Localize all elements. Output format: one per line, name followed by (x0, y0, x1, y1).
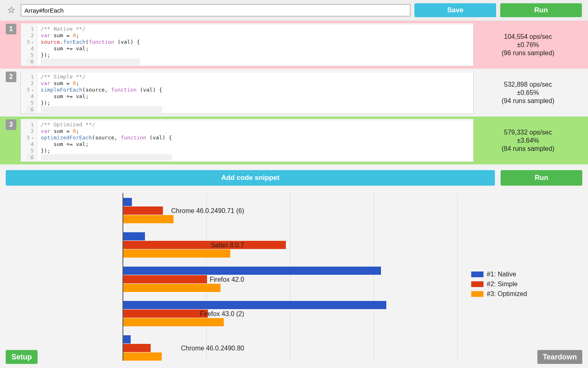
code-editor[interactable]: 123▾456/** Native **/ var sum = 0; sourc… (20, 23, 474, 66)
results-chart: #1: Native #2: Simple #3: Optimized Chro… (6, 193, 582, 361)
snippet-number-badge: 2 (6, 72, 16, 82)
snippet-row: 3123▾456/** Optimized **/ var sum = 0; o… (0, 117, 588, 164)
bar (123, 318, 224, 326)
legend-swatch (471, 272, 483, 277)
bar (123, 284, 220, 292)
bar (123, 301, 386, 309)
legend-label: #2: Simple (487, 280, 518, 288)
code-content[interactable]: /** Optimized **/ var sum = 0; optimized… (38, 121, 175, 162)
bar (123, 352, 162, 361)
legend-item: #3: Optimized (471, 290, 527, 298)
result-ops: 104,554 ops/sec (504, 33, 552, 40)
result-runs: (84 runs sampled) (502, 145, 555, 153)
bar (123, 215, 174, 223)
legend-swatch (471, 281, 483, 287)
snippet-row: 2123▾456/** Simple **/ var sum = 0; simp… (0, 69, 588, 117)
chart-legend: #1: Native #2: Simple #3: Optimized (471, 271, 527, 300)
snippet-number-badge: 1 (6, 24, 16, 34)
snippet-results: 532,898 ops/sec±0.65%(94 runs sampled) (474, 71, 582, 114)
y-axis-label: Chrome 46.0.2490.71 (6) (134, 207, 244, 215)
add-snippet-button[interactable]: Add code snippet (6, 170, 495, 186)
line-gutter: 123▾456 (21, 121, 38, 162)
line-gutter: 123▾456 (21, 25, 38, 66)
y-axis-label: Firefox 43.0 (2) (134, 310, 244, 318)
mid-actions: Add code snippet Run (0, 164, 588, 191)
setup-button[interactable]: Setup (6, 350, 38, 364)
result-ops: 579,332 ops/sec (504, 129, 552, 136)
result-runs: (96 runs sampled) (502, 49, 555, 57)
legend-item: #2: Simple (471, 280, 527, 288)
benchmark-title-input[interactable] (21, 4, 410, 16)
result-pm: ±3.64% (517, 137, 539, 144)
teardown-button[interactable]: Teardown (537, 350, 582, 364)
code-editor[interactable]: 123▾456/** Simple **/ var sum = 0; simpl… (20, 71, 474, 114)
bar (123, 267, 381, 275)
y-axis-label: Safari 8.0.7 (134, 242, 244, 249)
snippet-results: 579,332 ops/sec±3.64%(84 runs sampled) (474, 119, 582, 162)
result-pm: ±0.76% (517, 41, 539, 49)
gridline (457, 193, 458, 361)
code-content[interactable]: /** Simple **/ var sum = 0; simpleForEac… (38, 73, 165, 114)
y-axis-label: Chrome 46.0.2490.80 (134, 345, 244, 352)
code-content[interactable]: /** Native **/ var sum = 0; source.forEa… (38, 25, 143, 66)
legend-item: #1: Native (471, 271, 527, 278)
line-gutter: 123▾456 (21, 73, 38, 114)
result-pm: ±0.65% (517, 89, 539, 96)
run-button[interactable]: Run (500, 3, 582, 17)
legend-label: #3: Optimized (487, 290, 527, 298)
legend-label: #1: Native (487, 271, 516, 278)
save-button[interactable]: Save (414, 3, 496, 17)
star-icon[interactable]: ☆ (6, 5, 17, 16)
bar (123, 249, 230, 258)
snippet-results: 104,554 ops/sec±0.76%(96 runs sampled) (474, 23, 582, 66)
top-toolbar: ☆ Save Run (0, 0, 588, 21)
result-runs: (94 runs sampled) (502, 97, 555, 105)
snippet-number-badge: 3 (6, 119, 16, 130)
result-ops: 532,898 ops/sec (504, 81, 552, 88)
bar (123, 335, 131, 343)
legend-swatch (471, 291, 483, 297)
bar (123, 232, 145, 240)
code-editor[interactable]: 123▾456/** Optimized **/ var sum = 0; op… (20, 119, 474, 162)
snippet-row: 1123▾456/** Native **/ var sum = 0; sour… (0, 21, 588, 69)
y-axis-label: Firefox 42.0 (134, 276, 244, 283)
run-button-secondary[interactable]: Run (501, 170, 582, 186)
bar (123, 198, 132, 206)
